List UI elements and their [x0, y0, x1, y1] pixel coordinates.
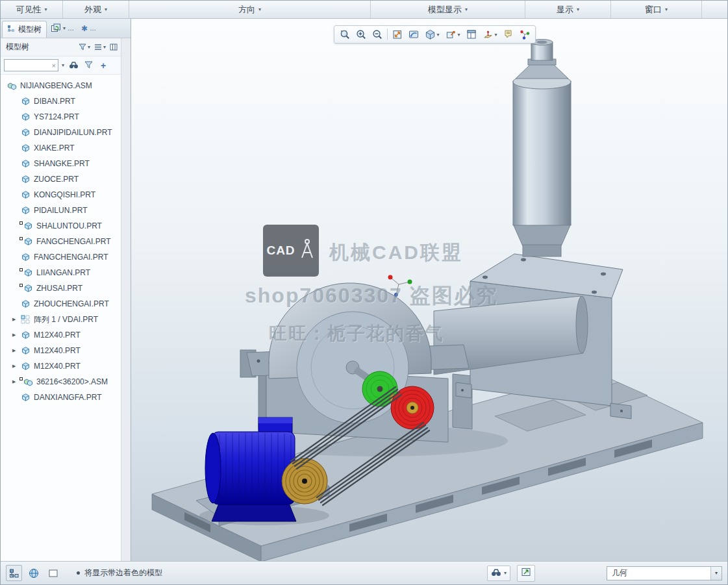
expand-arrow-icon[interactable]: ▶	[12, 332, 21, 338]
tree-item-label: SHANGKE.PRT	[34, 159, 90, 168]
tree-item-label: LIIANGAN.PRT	[36, 268, 90, 277]
status-bar: 将显示带边着色的模型 ▾ 几何 ▾	[1, 561, 727, 584]
asterisk-icon: ✱	[81, 24, 88, 33]
zoom-out-button[interactable]	[370, 27, 385, 42]
tree-item[interactable]: DIBAN.PRT	[1, 93, 121, 109]
part-icon	[23, 221, 34, 230]
toolbar-separator	[387, 29, 388, 40]
graphics-viewport[interactable]: CAD 机械CAD联盟 shop70603307 盗图必究 旺旺：栀子花的香气	[131, 19, 727, 561]
part-icon	[21, 112, 31, 121]
search-box[interactable]: ×	[4, 59, 58, 71]
part-icon	[21, 362, 31, 371]
chevron-down-icon: ▾	[88, 44, 90, 50]
binoculars-icon	[69, 60, 79, 71]
modified-marker	[19, 268, 23, 271]
zoom-in-button[interactable]	[353, 27, 369, 42]
clear-search-icon[interactable]: ×	[50, 62, 58, 69]
tree-item-label: FANGCHENGAI.PRT	[34, 253, 108, 262]
tree-item[interactable]: ▶M12X40.PRT	[1, 327, 121, 343]
menu-appearance[interactable]: 外观▾	[63, 1, 129, 18]
chevron-down-icon: ▾	[465, 6, 468, 12]
filter-button[interactable]	[82, 60, 94, 71]
tree-item-label: M12X40.PRT	[34, 346, 81, 355]
tree-settings-button[interactable]: ▾	[94, 42, 106, 53]
find-button[interactable]	[68, 60, 79, 71]
tree-item[interactable]: ▶M12X40.PRT	[1, 358, 121, 374]
tree-item[interactable]: ▶M12X40.PRT	[1, 343, 121, 358]
tree-item[interactable]: SHANGKE.PRT	[1, 156, 121, 171]
selection-filter-select[interactable]: 几何 ▾	[607, 566, 722, 580]
search-tool-button[interactable]: ▾	[487, 566, 510, 581]
chevron-down-icon[interactable]: ▾	[62, 62, 64, 68]
select-items-button[interactable]	[517, 565, 535, 582]
chevron-down-icon: ▾	[577, 6, 579, 12]
view-manager-button[interactable]	[464, 27, 479, 42]
web-browser-button[interactable]	[25, 565, 42, 581]
tree-scrollbar[interactable]	[121, 38, 131, 561]
zoom-window-button[interactable]	[337, 27, 353, 42]
in-graphics-toolbar: ▾ ▾ ▾	[334, 25, 536, 44]
refit-button[interactable]	[390, 27, 405, 42]
modified-marker	[19, 237, 23, 240]
tree-item[interactable]: ZHUSAI.PRT	[1, 280, 121, 296]
model-tree-toggle-button[interactable]	[6, 565, 22, 581]
part-icon	[21, 159, 31, 168]
tree-item[interactable]: ZUOCE.PRT	[1, 171, 121, 187]
tree-grid-icon	[7, 25, 15, 34]
favorites-button[interactable]: ✱ …	[79, 21, 99, 36]
tree-item[interactable]: ZHOUCHENGAI.PRT	[1, 296, 121, 312]
search-input[interactable]	[5, 62, 50, 69]
part-icon	[21, 206, 31, 215]
watermark-cad-logo: CAD	[263, 225, 319, 277]
tree-item[interactable]: FANGCHENGAI.PRT	[1, 234, 121, 249]
display-style-button[interactable]: ▾	[422, 27, 442, 42]
tree-item[interactable]: NIJIANGBENG.ASM	[1, 78, 121, 93]
menu-visibility[interactable]: 可见性▾	[1, 1, 63, 18]
tree-item-label: 阵列 1 / VDAI.PRT	[34, 314, 98, 325]
tree-item-label: M12X40.PRT	[34, 362, 81, 371]
chevron-down-icon: ▾	[436, 32, 439, 38]
tab-model-tree[interactable]: 模型树	[2, 21, 47, 38]
saved-orientations-button[interactable]: ▾	[443, 27, 463, 42]
watermark-logo-text: CAD	[266, 243, 295, 258]
part-icon	[21, 346, 31, 355]
part-icon	[21, 175, 31, 184]
expand-arrow-icon[interactable]: ▶	[12, 317, 21, 322]
tree-item[interactable]: KONGQISHI.PRT	[1, 187, 121, 203]
tree-item[interactable]: XIAKE.PRT	[1, 140, 121, 156]
tree-item[interactable]: PIDAILUN.PRT	[1, 203, 121, 218]
part-icon	[21, 97, 31, 106]
tree-columns-button[interactable]	[110, 42, 118, 53]
expand-arrow-icon[interactable]: ▶	[12, 348, 21, 353]
menu-window[interactable]: 窗口▾	[611, 1, 702, 18]
add-filter-button[interactable]: +	[97, 60, 109, 71]
chevron-down-icon: ▾	[457, 32, 460, 38]
expand-arrow-icon[interactable]: ▶	[12, 364, 21, 369]
assembly-icon	[23, 377, 34, 386]
menu-orientation[interactable]: 方向▾	[129, 1, 371, 18]
annotation-display-button[interactable]	[501, 27, 516, 42]
tree-item[interactable]: ▶阵列 1 / VDAI.PRT	[1, 312, 121, 327]
model-tree: NIJIANGBENG.ASMDIBAN.PRTYS7124.PRTDIANJI…	[1, 75, 121, 561]
window-arrow-icon	[521, 567, 531, 580]
creo-window: 可见性▾ 外观▾ 方向▾ 模型显示▾ 显示▾ 窗口▾ 模型树 ▾	[0, 0, 728, 585]
tree-item[interactable]: SHALUNTOU.PRT	[1, 218, 121, 234]
tree-header: 模型树 ▾ ▾	[1, 38, 121, 56]
tree-item[interactable]: DANXIANGFA.PRT	[1, 390, 121, 405]
retrieve-button[interactable]: ▾ …	[48, 21, 77, 36]
spin-center-button[interactable]	[517, 27, 533, 42]
datum-display-button[interactable]: ▾	[480, 27, 500, 42]
tree-item[interactable]: ▶36216<36200>.ASM	[1, 374, 121, 390]
browser-sash-button[interactable]	[45, 565, 61, 581]
list-icon	[94, 42, 102, 53]
tree-filter-button[interactable]: ▾	[79, 42, 90, 53]
tree-item[interactable]: FANGCHENGAI.PRT	[1, 249, 121, 265]
repaint-button[interactable]	[406, 27, 421, 42]
tree-item[interactable]: LIIANGAN.PRT	[1, 265, 121, 280]
menu-show[interactable]: 显示▾	[525, 1, 611, 18]
chevron-down-icon[interactable]: ▾	[710, 567, 722, 580]
menu-label: 显示	[557, 4, 573, 16]
tree-item[interactable]: DIANJIPIDAILUN.PRT	[1, 125, 121, 140]
menu-model-display[interactable]: 模型显示▾	[371, 1, 525, 18]
tree-item[interactable]: YS7124.PRT	[1, 109, 121, 125]
